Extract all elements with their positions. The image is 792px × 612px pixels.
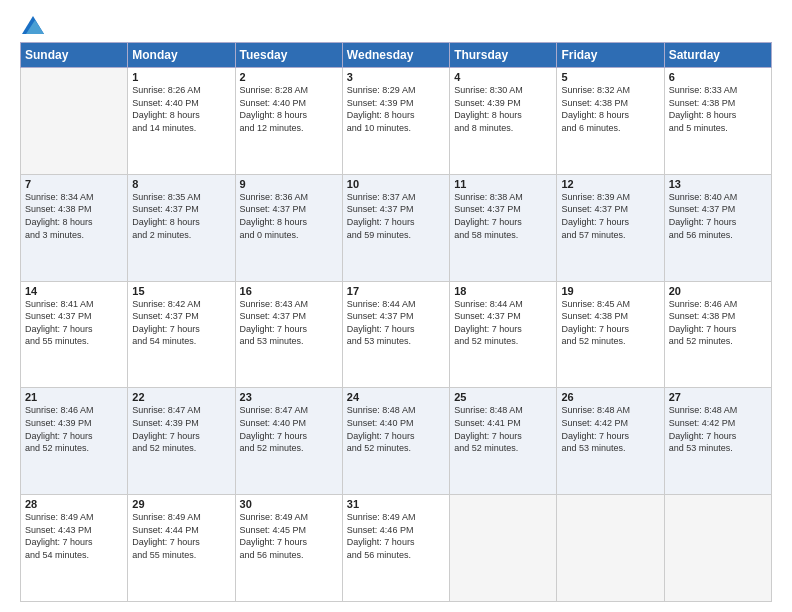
- day-cell-6: 6Sunrise: 8:33 AM Sunset: 4:38 PM Daylig…: [664, 68, 771, 175]
- weekday-thursday: Thursday: [450, 43, 557, 68]
- day-number: 30: [240, 498, 338, 510]
- day-info: Sunrise: 8:49 AM Sunset: 4:43 PM Dayligh…: [25, 511, 123, 561]
- day-info: Sunrise: 8:36 AM Sunset: 4:37 PM Dayligh…: [240, 191, 338, 241]
- day-cell-23: 23Sunrise: 8:47 AM Sunset: 4:40 PM Dayli…: [235, 388, 342, 495]
- day-number: 28: [25, 498, 123, 510]
- day-info: Sunrise: 8:44 AM Sunset: 4:37 PM Dayligh…: [454, 298, 552, 348]
- day-info: Sunrise: 8:42 AM Sunset: 4:37 PM Dayligh…: [132, 298, 230, 348]
- day-info: Sunrise: 8:46 AM Sunset: 4:38 PM Dayligh…: [669, 298, 767, 348]
- calendar-table: SundayMondayTuesdayWednesdayThursdayFrid…: [20, 42, 772, 602]
- day-cell-8: 8Sunrise: 8:35 AM Sunset: 4:37 PM Daylig…: [128, 174, 235, 281]
- day-info: Sunrise: 8:49 AM Sunset: 4:45 PM Dayligh…: [240, 511, 338, 561]
- day-cell-15: 15Sunrise: 8:42 AM Sunset: 4:37 PM Dayli…: [128, 281, 235, 388]
- day-info: Sunrise: 8:48 AM Sunset: 4:42 PM Dayligh…: [669, 404, 767, 454]
- day-info: Sunrise: 8:44 AM Sunset: 4:37 PM Dayligh…: [347, 298, 445, 348]
- day-number: 10: [347, 178, 445, 190]
- calendar-week-1: 1Sunrise: 8:26 AM Sunset: 4:40 PM Daylig…: [21, 68, 772, 175]
- day-number: 1: [132, 71, 230, 83]
- day-number: 20: [669, 285, 767, 297]
- empty-cell: [21, 68, 128, 175]
- weekday-monday: Monday: [128, 43, 235, 68]
- day-cell-24: 24Sunrise: 8:48 AM Sunset: 4:40 PM Dayli…: [342, 388, 449, 495]
- day-info: Sunrise: 8:28 AM Sunset: 4:40 PM Dayligh…: [240, 84, 338, 134]
- day-info: Sunrise: 8:26 AM Sunset: 4:40 PM Dayligh…: [132, 84, 230, 134]
- day-cell-7: 7Sunrise: 8:34 AM Sunset: 4:38 PM Daylig…: [21, 174, 128, 281]
- empty-cell: [664, 495, 771, 602]
- day-cell-12: 12Sunrise: 8:39 AM Sunset: 4:37 PM Dayli…: [557, 174, 664, 281]
- day-cell-31: 31Sunrise: 8:49 AM Sunset: 4:46 PM Dayli…: [342, 495, 449, 602]
- day-cell-1: 1Sunrise: 8:26 AM Sunset: 4:40 PM Daylig…: [128, 68, 235, 175]
- day-number: 21: [25, 391, 123, 403]
- logo-icon: [22, 16, 44, 34]
- day-info: Sunrise: 8:32 AM Sunset: 4:38 PM Dayligh…: [561, 84, 659, 134]
- day-cell-21: 21Sunrise: 8:46 AM Sunset: 4:39 PM Dayli…: [21, 388, 128, 495]
- day-number: 29: [132, 498, 230, 510]
- day-cell-14: 14Sunrise: 8:41 AM Sunset: 4:37 PM Dayli…: [21, 281, 128, 388]
- day-number: 25: [454, 391, 552, 403]
- day-number: 27: [669, 391, 767, 403]
- weekday-wednesday: Wednesday: [342, 43, 449, 68]
- day-cell-27: 27Sunrise: 8:48 AM Sunset: 4:42 PM Dayli…: [664, 388, 771, 495]
- day-info: Sunrise: 8:33 AM Sunset: 4:38 PM Dayligh…: [669, 84, 767, 134]
- day-info: Sunrise: 8:48 AM Sunset: 4:40 PM Dayligh…: [347, 404, 445, 454]
- day-number: 18: [454, 285, 552, 297]
- day-cell-28: 28Sunrise: 8:49 AM Sunset: 4:43 PM Dayli…: [21, 495, 128, 602]
- day-info: Sunrise: 8:39 AM Sunset: 4:37 PM Dayligh…: [561, 191, 659, 241]
- day-info: Sunrise: 8:49 AM Sunset: 4:46 PM Dayligh…: [347, 511, 445, 561]
- day-number: 24: [347, 391, 445, 403]
- weekday-friday: Friday: [557, 43, 664, 68]
- day-number: 5: [561, 71, 659, 83]
- weekday-sunday: Sunday: [21, 43, 128, 68]
- day-number: 14: [25, 285, 123, 297]
- day-info: Sunrise: 8:38 AM Sunset: 4:37 PM Dayligh…: [454, 191, 552, 241]
- day-info: Sunrise: 8:34 AM Sunset: 4:38 PM Dayligh…: [25, 191, 123, 241]
- calendar-week-2: 7Sunrise: 8:34 AM Sunset: 4:38 PM Daylig…: [21, 174, 772, 281]
- day-info: Sunrise: 8:45 AM Sunset: 4:38 PM Dayligh…: [561, 298, 659, 348]
- day-cell-4: 4Sunrise: 8:30 AM Sunset: 4:39 PM Daylig…: [450, 68, 557, 175]
- day-cell-16: 16Sunrise: 8:43 AM Sunset: 4:37 PM Dayli…: [235, 281, 342, 388]
- day-cell-20: 20Sunrise: 8:46 AM Sunset: 4:38 PM Dayli…: [664, 281, 771, 388]
- calendar-week-5: 28Sunrise: 8:49 AM Sunset: 4:43 PM Dayli…: [21, 495, 772, 602]
- day-info: Sunrise: 8:41 AM Sunset: 4:37 PM Dayligh…: [25, 298, 123, 348]
- logo: [20, 16, 44, 32]
- day-number: 17: [347, 285, 445, 297]
- day-cell-10: 10Sunrise: 8:37 AM Sunset: 4:37 PM Dayli…: [342, 174, 449, 281]
- day-info: Sunrise: 8:37 AM Sunset: 4:37 PM Dayligh…: [347, 191, 445, 241]
- day-cell-29: 29Sunrise: 8:49 AM Sunset: 4:44 PM Dayli…: [128, 495, 235, 602]
- day-cell-26: 26Sunrise: 8:48 AM Sunset: 4:42 PM Dayli…: [557, 388, 664, 495]
- day-cell-13: 13Sunrise: 8:40 AM Sunset: 4:37 PM Dayli…: [664, 174, 771, 281]
- weekday-header-row: SundayMondayTuesdayWednesdayThursdayFrid…: [21, 43, 772, 68]
- day-info: Sunrise: 8:46 AM Sunset: 4:39 PM Dayligh…: [25, 404, 123, 454]
- day-info: Sunrise: 8:35 AM Sunset: 4:37 PM Dayligh…: [132, 191, 230, 241]
- day-cell-22: 22Sunrise: 8:47 AM Sunset: 4:39 PM Dayli…: [128, 388, 235, 495]
- calendar-week-3: 14Sunrise: 8:41 AM Sunset: 4:37 PM Dayli…: [21, 281, 772, 388]
- day-number: 4: [454, 71, 552, 83]
- weekday-saturday: Saturday: [664, 43, 771, 68]
- calendar-week-4: 21Sunrise: 8:46 AM Sunset: 4:39 PM Dayli…: [21, 388, 772, 495]
- day-info: Sunrise: 8:43 AM Sunset: 4:37 PM Dayligh…: [240, 298, 338, 348]
- day-number: 12: [561, 178, 659, 190]
- day-number: 26: [561, 391, 659, 403]
- day-cell-3: 3Sunrise: 8:29 AM Sunset: 4:39 PM Daylig…: [342, 68, 449, 175]
- day-number: 6: [669, 71, 767, 83]
- day-number: 31: [347, 498, 445, 510]
- day-cell-9: 9Sunrise: 8:36 AM Sunset: 4:37 PM Daylig…: [235, 174, 342, 281]
- day-cell-18: 18Sunrise: 8:44 AM Sunset: 4:37 PM Dayli…: [450, 281, 557, 388]
- empty-cell: [557, 495, 664, 602]
- day-number: 13: [669, 178, 767, 190]
- day-number: 9: [240, 178, 338, 190]
- day-info: Sunrise: 8:47 AM Sunset: 4:39 PM Dayligh…: [132, 404, 230, 454]
- day-info: Sunrise: 8:30 AM Sunset: 4:39 PM Dayligh…: [454, 84, 552, 134]
- day-number: 22: [132, 391, 230, 403]
- day-cell-17: 17Sunrise: 8:44 AM Sunset: 4:37 PM Dayli…: [342, 281, 449, 388]
- main-container: SundayMondayTuesdayWednesdayThursdayFrid…: [0, 0, 792, 612]
- day-cell-2: 2Sunrise: 8:28 AM Sunset: 4:40 PM Daylig…: [235, 68, 342, 175]
- day-info: Sunrise: 8:49 AM Sunset: 4:44 PM Dayligh…: [132, 511, 230, 561]
- calendar-header: SundayMondayTuesdayWednesdayThursdayFrid…: [21, 43, 772, 68]
- day-number: 2: [240, 71, 338, 83]
- day-info: Sunrise: 8:48 AM Sunset: 4:41 PM Dayligh…: [454, 404, 552, 454]
- day-info: Sunrise: 8:40 AM Sunset: 4:37 PM Dayligh…: [669, 191, 767, 241]
- day-cell-5: 5Sunrise: 8:32 AM Sunset: 4:38 PM Daylig…: [557, 68, 664, 175]
- day-info: Sunrise: 8:29 AM Sunset: 4:39 PM Dayligh…: [347, 84, 445, 134]
- day-number: 23: [240, 391, 338, 403]
